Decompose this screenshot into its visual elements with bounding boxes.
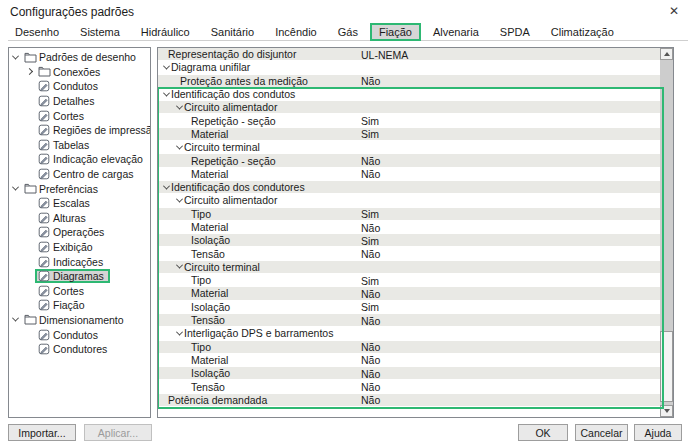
scrollbar-thumb[interactable] [660,331,673,402]
group-row-circuito-terminal[interactable]: Circuito terminal [158,261,660,274]
sidebar-item-detalhes[interactable]: Detalhes [9,94,150,109]
sidebar-item-fiação[interactable]: Fiação [9,298,150,313]
close-icon[interactable]: ✕ [669,4,679,18]
sidebar-item-cortes[interactable]: Cortes [9,108,150,123]
group-collapse-icon[interactable] [174,145,184,150]
sidebar-item-regiões-de-impressão[interactable]: Regiões de impressão [9,123,150,138]
scroll-up-button[interactable] [660,48,673,60]
property-value[interactable]: Não [361,154,380,167]
property-value[interactable]: Sim [361,274,379,287]
sidebar-item-preferências[interactable]: Preferências [9,181,150,196]
group-collapse-icon[interactable] [174,331,184,336]
property-row-material[interactable]: Material Não [158,221,660,234]
group-row-circuito-terminal[interactable]: Circuito terminal [158,141,660,154]
tab-fiação[interactable]: Fiação [372,25,419,39]
property-value[interactable]: Não [361,247,380,260]
sidebar-item-padrões-de-desenho[interactable]: Padrões de desenho [9,50,150,65]
sidebar-item-diagramas[interactable]: Diagramas [9,269,150,284]
group-collapse-icon[interactable] [174,198,184,203]
property-row-isolação[interactable]: Isolação Não [158,367,660,380]
group-row-circuito-alimentador[interactable]: Circuito alimentador [158,101,660,114]
sidebar-item-alturas[interactable]: Alturas [9,211,150,226]
sidebar-item-condutos[interactable]: Condutos [9,79,150,94]
group-collapse-icon[interactable] [174,264,184,269]
sidebar-item-operações[interactable]: Operações [9,225,150,240]
property-value[interactable]: Sim [361,234,379,247]
tab-hidráulico[interactable]: Hidráulico [134,25,197,39]
import-button[interactable]: Importar... [8,424,76,441]
tab-desenho[interactable]: Desenho [8,25,66,39]
property-label: Tipo [191,274,211,286]
property-row-repetição---seção[interactable]: Repetição - seção Não [158,154,660,167]
property-row-potência-demandada[interactable]: Potência demandada Não [158,394,660,407]
property-value[interactable]: Não [361,314,380,327]
property-row-tensão[interactable]: Tensão Não [158,247,660,260]
tree-expander-icon[interactable] [23,69,35,74]
property-row-tipo[interactable]: Tipo Sim [158,274,660,287]
property-value[interactable]: UL-NEMA [361,48,408,61]
property-row-representação-do-disjuntor[interactable]: Representação do disjuntor UL-NEMA [158,48,660,61]
sidebar-item-exibição[interactable]: Exibição [9,240,150,255]
tab-sanitário[interactable]: Sanitário [204,25,261,39]
property-value[interactable]: Não [361,168,380,181]
scroll-down-button[interactable] [660,405,673,417]
group-collapse-icon[interactable] [161,185,171,190]
tab-climatização[interactable]: Climatização [544,25,621,39]
sidebar-item-condutores[interactable]: Condutores [9,342,150,357]
cancel-button[interactable]: Cancelar [575,424,628,441]
tree-expander-icon[interactable] [9,186,21,191]
property-value[interactable]: Não [361,287,380,300]
property-row-material[interactable]: Material Não [158,287,660,300]
property-value[interactable]: Sim [361,208,379,221]
group-row-identificação-dos-condutos[interactable]: Identificação dos condutos [158,88,660,101]
tab-sistema[interactable]: Sistema [73,25,127,39]
property-row-proteção-antes-da-medição[interactable]: Proteção antes da medição Não [158,75,660,88]
sidebar-item-indicações[interactable]: Indicações [9,254,150,269]
tab-alvenaria[interactable]: Alvenaria [426,25,486,39]
tree-expander-icon[interactable] [9,317,21,322]
sidebar-item-centro-de-cargas[interactable]: Centro de cargas [9,167,150,182]
ok-button[interactable]: OK [518,424,568,441]
help-button[interactable]: Ajuda [634,424,682,441]
group-row-interligação-dps-e-barramentos[interactable]: Interligação DPS e barramentos [158,327,660,340]
sidebar-item-tabelas[interactable]: Tabelas [9,138,150,153]
property-row-tipo[interactable]: Tipo Não [158,341,660,354]
tab-gás[interactable]: Gás [331,25,365,39]
property-row-material[interactable]: Material Sim [158,128,660,141]
property-row-tensão[interactable]: Tensão Não [158,380,660,393]
sidebar-item-escalas[interactable]: Escalas [9,196,150,211]
tree-expander-icon[interactable] [9,55,21,60]
property-value[interactable]: Sim [361,114,379,127]
property-row-tensão[interactable]: Tensão Não [158,314,660,327]
group-row-identificação-dos-condutores[interactable]: Identificação dos condutores [158,181,660,194]
group-row-circuito-alimentador[interactable]: Circuito alimentador [158,194,660,207]
group-collapse-icon[interactable] [161,65,171,70]
property-value[interactable]: Sim [361,301,379,314]
property-value[interactable]: Não [361,394,380,407]
property-value[interactable]: Não [361,221,380,234]
property-row-repetição---seção[interactable]: Repetição - seção Sim [158,114,660,127]
tab-spda[interactable]: SPDA [493,25,537,39]
apply-button[interactable]: Aplicar... [84,424,152,441]
scrollbar[interactable] [660,48,673,417]
property-row-isolação[interactable]: Isolação Sim [158,301,660,314]
property-value[interactable]: Sim [361,128,379,141]
sidebar-item-indicação-elevação[interactable]: Indicação elevação [9,152,150,167]
property-row-isolação[interactable]: Isolação Sim [158,234,660,247]
property-row-material[interactable]: Material Não [158,354,660,367]
property-value[interactable]: Não [361,380,380,393]
sidebar-item-conexões[interactable]: Conexões [9,65,150,80]
property-value[interactable]: Não [361,354,380,367]
sidebar-item-dimensionamento[interactable]: Dimensionamento [9,313,150,328]
property-value[interactable]: Não [361,367,380,380]
group-collapse-icon[interactable] [174,105,184,110]
property-row-tipo[interactable]: Tipo Sim [158,208,660,221]
property-value[interactable]: Não [361,341,380,354]
group-row-diagrama-unifilar[interactable]: Diagrama unifilar [158,61,660,74]
sidebar-item-cortes[interactable]: Cortes [9,284,150,299]
property-value[interactable]: Não [361,75,380,88]
sidebar-item-condutos[interactable]: Condutos [9,327,150,342]
property-row-material[interactable]: Material Não [158,168,660,181]
tab-incêndio[interactable]: Incêndio [268,25,324,39]
group-collapse-icon[interactable] [161,92,171,97]
